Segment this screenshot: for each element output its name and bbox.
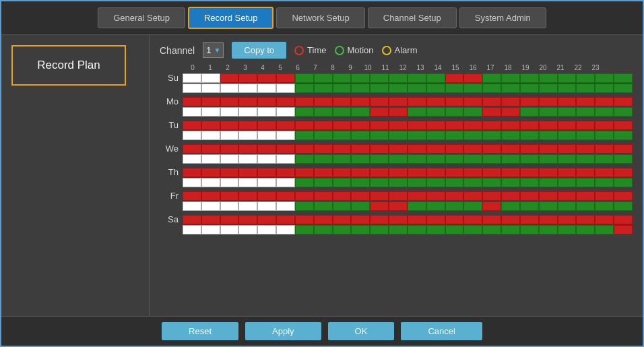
time-block[interactable]: [370, 131, 389, 140]
time-block[interactable]: [595, 131, 614, 140]
time-block[interactable]: [558, 178, 577, 187]
time-block[interactable]: [333, 215, 352, 224]
time-block[interactable]: [295, 97, 314, 106]
time-block[interactable]: [426, 215, 445, 224]
time-block[interactable]: [576, 215, 595, 224]
time-block[interactable]: [257, 225, 276, 234]
time-block[interactable]: [220, 168, 239, 177]
time-block[interactable]: [463, 201, 482, 211]
time-block[interactable]: [520, 121, 539, 130]
time-block[interactable]: [595, 73, 614, 83]
time-block[interactable]: [257, 131, 276, 140]
time-block[interactable]: [201, 144, 220, 154]
time-block[interactable]: [333, 178, 352, 187]
time-block[interactable]: [445, 84, 464, 93]
time-block[interactable]: [295, 121, 314, 130]
time-block[interactable]: [463, 97, 482, 106]
time-block[interactable]: [333, 107, 352, 117]
time-block[interactable]: [370, 168, 389, 177]
time-block[interactable]: [576, 191, 595, 201]
time-block[interactable]: [426, 97, 445, 106]
time-block[interactable]: [558, 154, 577, 164]
time-block[interactable]: [539, 154, 558, 164]
time-block[interactable]: [576, 178, 595, 187]
time-block[interactable]: [295, 168, 314, 177]
time-block[interactable]: [614, 191, 633, 201]
time-block[interactable]: [426, 191, 445, 201]
time-block[interactable]: [482, 168, 501, 177]
time-block[interactable]: [276, 168, 295, 177]
time-block[interactable]: [183, 168, 201, 177]
time-block[interactable]: [238, 107, 257, 117]
time-block[interactable]: [276, 107, 295, 117]
time-block[interactable]: [539, 168, 558, 177]
time-block[interactable]: [220, 73, 239, 83]
time-block[interactable]: [539, 84, 558, 93]
time-block[interactable]: [295, 73, 314, 83]
time-block[interactable]: [220, 121, 239, 130]
time-block[interactable]: [238, 168, 257, 177]
time-block[interactable]: [389, 97, 408, 106]
copy-to-button[interactable]: Copy to: [232, 42, 286, 59]
time-block[interactable]: [463, 107, 482, 117]
time-block[interactable]: [614, 107, 633, 117]
time-block[interactable]: [408, 97, 426, 106]
time-block[interactable]: [539, 144, 558, 154]
time-block[interactable]: [501, 201, 520, 211]
time-block[interactable]: [314, 215, 333, 224]
time-block[interactable]: [370, 178, 389, 187]
time-block[interactable]: [482, 215, 501, 224]
time-block[interactable]: [295, 178, 314, 187]
time-block[interactable]: [426, 201, 445, 211]
time-block[interactable]: [276, 154, 295, 164]
time-block[interactable]: [501, 225, 520, 234]
time-block[interactable]: [220, 97, 239, 106]
time-block[interactable]: [408, 215, 426, 224]
time-block[interactable]: [183, 215, 201, 224]
time-block[interactable]: [408, 131, 426, 140]
time-block[interactable]: [426, 73, 445, 83]
time-block[interactable]: [351, 84, 370, 93]
time-block[interactable]: [539, 215, 558, 224]
time-block[interactable]: [614, 168, 633, 177]
time-block[interactable]: [576, 154, 595, 164]
time-block[interactable]: [183, 97, 201, 106]
time-block[interactable]: [576, 144, 595, 154]
time-block[interactable]: [408, 144, 426, 154]
time-block[interactable]: [276, 73, 295, 83]
time-block[interactable]: [463, 73, 482, 83]
time-block[interactable]: [445, 178, 464, 187]
time-block[interactable]: [614, 201, 633, 211]
time-block[interactable]: [501, 191, 520, 201]
time-block[interactable]: [539, 225, 558, 234]
time-block[interactable]: [238, 215, 257, 224]
time-block[interactable]: [276, 84, 295, 93]
time-block[interactable]: [370, 191, 389, 201]
time-block[interactable]: [501, 121, 520, 130]
time-block[interactable]: [276, 144, 295, 154]
time-block[interactable]: [238, 84, 257, 93]
time-block[interactable]: [295, 215, 314, 224]
time-block[interactable]: [238, 97, 257, 106]
time-block[interactable]: [333, 154, 352, 164]
time-block[interactable]: [614, 178, 633, 187]
time-block[interactable]: [558, 191, 577, 201]
time-block[interactable]: [501, 154, 520, 164]
time-block[interactable]: [314, 97, 333, 106]
time-block[interactable]: [463, 121, 482, 130]
nav-tab-general-setup[interactable]: General Setup: [98, 7, 185, 28]
time-block[interactable]: [558, 215, 577, 224]
time-block[interactable]: [351, 201, 370, 211]
time-block[interactable]: [595, 168, 614, 177]
time-block[interactable]: [482, 73, 501, 83]
time-block[interactable]: [238, 73, 257, 83]
channel-select[interactable]: 1 ▼: [203, 42, 224, 58]
time-block[interactable]: [220, 191, 239, 201]
time-block[interactable]: [201, 178, 220, 187]
time-block[interactable]: [576, 73, 595, 83]
time-block[interactable]: [183, 107, 201, 117]
time-block[interactable]: [576, 201, 595, 211]
time-block[interactable]: [576, 97, 595, 106]
time-block[interactable]: [351, 121, 370, 130]
time-block[interactable]: [276, 121, 295, 130]
